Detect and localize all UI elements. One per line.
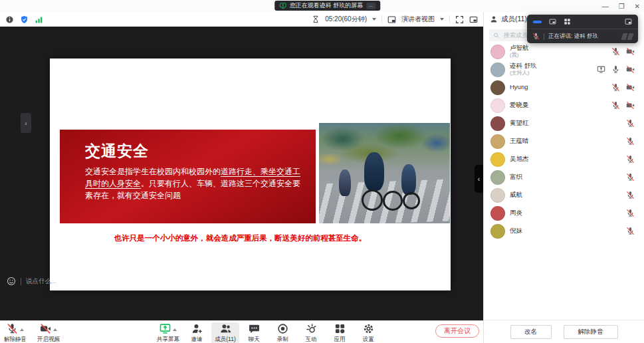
mic-muted-icon[interactable] [626, 173, 635, 181]
members-panel-footer: 改名 解除静音 [484, 320, 644, 343]
window-titlebar: 您正在观看迹科 舒玖的屏幕 ︿ — ❐ ✕ [0, 0, 644, 12]
settings-button[interactable]: 设置 [357, 323, 379, 343]
minimize-button[interactable]: — [602, 3, 609, 10]
unmute-button[interactable]: 解除静音 [564, 325, 618, 339]
banner-collapse-icon[interactable]: ︿ [366, 3, 376, 9]
mic-muted-icon [532, 33, 540, 40]
avatar [490, 62, 505, 77]
left-collapse-handle[interactable]: › [21, 113, 31, 133]
members-icon[interactable] [220, 323, 231, 334]
mic-muted-icon[interactable] [611, 47, 620, 56]
mic-muted-icon[interactable] [611, 83, 620, 92]
emoji-smiley-icon[interactable] [7, 277, 16, 286]
search-icon [493, 32, 500, 39]
member-row[interactable]: 爱晓曼 [490, 96, 635, 114]
record-button[interactable]: 录制 [271, 323, 294, 343]
member-row[interactable]: Hyung [490, 78, 635, 96]
mic-muted-icon[interactable] [626, 155, 635, 164]
avatar [490, 98, 505, 113]
member-row[interactable]: 黄望红 [490, 114, 635, 132]
interact-button[interactable]: 互动 [300, 323, 322, 343]
camera-off-icon[interactable] [626, 47, 635, 56]
slide-title: 交通安全 [85, 141, 302, 162]
overlay-list-view-icon[interactable] [564, 18, 571, 25]
member-row[interactable]: 倪妹 [490, 222, 635, 240]
video-options-icon[interactable] [53, 328, 57, 331]
camera-off-icon[interactable] [626, 83, 635, 92]
settings-gear-icon[interactable] [363, 323, 374, 334]
mic-muted-icon[interactable] [626, 119, 635, 128]
mic-muted-icon[interactable] [626, 191, 635, 199]
view-controls: 05:20(60分钟) 演讲者视图 [312, 15, 478, 24]
member-row[interactable]: 富织 [490, 168, 635, 186]
security-shield-icon[interactable] [20, 15, 29, 24]
invite-icon[interactable] [191, 323, 203, 334]
meeting-status-icons [5, 15, 43, 24]
mic-on-icon[interactable] [611, 65, 620, 74]
restore-button[interactable]: ❐ [619, 3, 625, 10]
close-button[interactable]: ✕ [635, 3, 640, 10]
members-button[interactable]: 成员(11) [211, 322, 239, 343]
rename-button[interactable]: 改名 [510, 325, 552, 339]
top-toolbar: 05:20(60分钟) 演讲者视图 [0, 12, 483, 27]
overlay-minimize-icon[interactable] [533, 21, 542, 23]
view-mode-label[interactable]: 演讲者视图 [401, 15, 435, 24]
photo-figure [364, 152, 384, 191]
screen-sharing-icon[interactable] [597, 65, 605, 74]
member-name: 卢智航 [510, 45, 529, 52]
avatar [490, 152, 505, 167]
pop-out-icon[interactable] [469, 15, 478, 24]
share-screen-icon[interactable] [160, 323, 171, 334]
fullscreen-icon[interactable] [455, 15, 464, 24]
mic-muted-icon[interactable] [626, 209, 635, 217]
mic-options-icon[interactable] [20, 328, 24, 331]
avatar [490, 116, 505, 131]
member-row[interactable]: 王蕴晴 [490, 132, 635, 150]
quick-chat-bar[interactable]: 说点什么... [7, 277, 56, 286]
mic-muted-icon[interactable] [626, 227, 635, 235]
avatar [490, 80, 505, 95]
timer-dropdown-icon[interactable] [372, 18, 376, 21]
member-row[interactable]: 周炎 [490, 204, 635, 222]
overlay-layout-icon[interactable] [625, 18, 632, 25]
view-mode-dropdown-icon[interactable] [440, 18, 444, 21]
layout-icon [387, 15, 396, 24]
apps-button[interactable]: 应用 [328, 323, 351, 343]
overlay-pip-icon[interactable] [549, 18, 556, 25]
start-video-control[interactable]: 开启视频 [37, 323, 60, 343]
apps-icon[interactable] [334, 323, 346, 334]
avatar [490, 224, 505, 239]
leave-meeting-button[interactable]: 离开会议 [435, 324, 479, 338]
member-row[interactable]: 卢智航 (我) [490, 43, 635, 60]
camera-off-icon[interactable] [626, 101, 635, 110]
member-row[interactable]: 吴旭杰 [490, 150, 635, 168]
network-signal-icon[interactable] [35, 15, 43, 24]
camera-off-icon[interactable] [626, 65, 635, 74]
divider [449, 15, 450, 23]
members-panel-title: 成员(11) [501, 15, 527, 24]
speaker-preview-overlay[interactable]: 正在讲话: 迹科 舒玖 [527, 15, 638, 43]
interact-icon[interactable] [306, 323, 317, 334]
watching-screen-text: 您正在观看迹科 舒玖的屏幕 [290, 1, 364, 10]
unmute-control[interactable]: 解除静音 [4, 323, 27, 343]
record-icon[interactable] [277, 323, 288, 334]
mic-muted-icon[interactable] [611, 101, 620, 110]
chat-button[interactable]: 聊天 [243, 323, 265, 343]
invite-button[interactable]: 邀请 [185, 323, 208, 343]
chat-icon[interactable] [249, 323, 260, 334]
share-options-icon[interactable] [173, 328, 177, 331]
camera-off-icon[interactable] [40, 323, 51, 334]
member-row[interactable]: 迹科 舒玖 (主持人) [490, 60, 635, 78]
mic-muted-icon[interactable] [7, 323, 18, 334]
member-row[interactable]: 威航 [490, 186, 635, 204]
panel-collapse-handle[interactable]: ‹ [475, 165, 483, 193]
mic-muted-icon[interactable] [626, 137, 635, 146]
quick-chat-placeholder[interactable]: 说点什么... [26, 277, 56, 286]
share-screen-button[interactable]: 共享屏幕 [157, 323, 179, 343]
avatar [490, 206, 505, 221]
shared-screen-stage: 交通安全 交通安全是指学生在校园内和校园外的道路行走、乘坐交通工具时的人身安全。… [0, 27, 483, 320]
members-panel: 成员(11) 卢智航 (我) 迹科 舒玖 (主持人) [483, 12, 644, 343]
settings-label: 设置 [363, 336, 374, 343]
member-name: 富织 [510, 173, 522, 181]
meeting-info-icon[interactable] [5, 15, 14, 24]
